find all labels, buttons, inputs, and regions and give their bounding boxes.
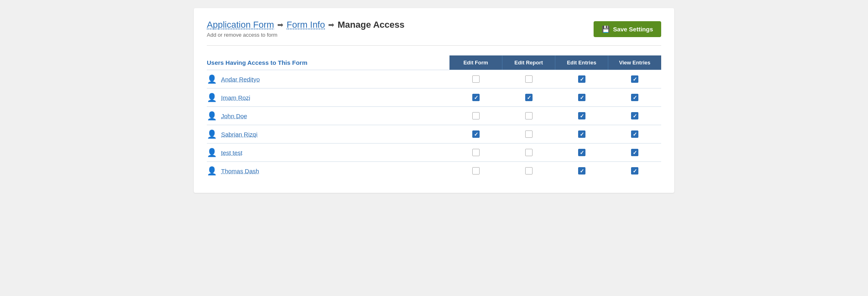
user-avatar-icon: 👤 bbox=[207, 148, 217, 157]
user-name[interactable]: Imam Rozi bbox=[221, 94, 250, 101]
edit-report-checkbox-cell bbox=[502, 112, 555, 119]
edit-form-checkbox[interactable] bbox=[472, 167, 480, 175]
breadcrumb: Application Form ➡ Form Info ➡ Manage Ac… bbox=[207, 20, 405, 30]
table-row: 👤Imam Rozi bbox=[207, 88, 661, 106]
edit-form-checkbox-cell bbox=[449, 167, 502, 175]
user-info: 👤Sabrian Rizqi bbox=[207, 129, 257, 139]
user-name[interactable]: Thomas Dash bbox=[221, 168, 259, 175]
edit-entries-checkbox[interactable] bbox=[578, 149, 585, 156]
user-checkboxes bbox=[449, 167, 661, 175]
access-table: Users Having Access to This Form Edit Fo… bbox=[207, 55, 661, 180]
edit-entries-checkbox-cell bbox=[555, 130, 608, 138]
view-entries-checkbox-cell bbox=[608, 130, 661, 138]
edit-entries-checkbox-cell bbox=[555, 112, 608, 119]
edit-form-checkbox-cell bbox=[449, 149, 502, 156]
table-row: 👤Sabrian Rizqi bbox=[207, 125, 661, 143]
user-avatar-icon: 👤 bbox=[207, 93, 217, 102]
user-info: 👤John Doe bbox=[207, 111, 247, 121]
col-header-edit-report: Edit Report bbox=[502, 55, 555, 70]
edit-report-checkbox-cell bbox=[502, 130, 555, 138]
page-subtitle: Add or remove access to form bbox=[207, 32, 405, 38]
edit-entries-checkbox[interactable] bbox=[578, 75, 585, 83]
table-section-title: Users Having Access to This Form bbox=[207, 59, 307, 66]
edit-report-checkbox[interactable] bbox=[525, 149, 533, 156]
edit-entries-checkbox-cell bbox=[555, 94, 608, 101]
user-name[interactable]: Sabrian Rizqi bbox=[221, 131, 257, 138]
user-name[interactable]: Andar Redityo bbox=[221, 76, 260, 83]
view-entries-checkbox[interactable] bbox=[631, 167, 638, 175]
edit-form-checkbox[interactable] bbox=[472, 149, 480, 156]
edit-form-checkbox-cell bbox=[449, 130, 502, 138]
user-checkboxes bbox=[449, 130, 661, 138]
view-entries-checkbox-cell bbox=[608, 94, 661, 101]
edit-entries-checkbox[interactable] bbox=[578, 130, 585, 138]
user-avatar-icon: 👤 bbox=[207, 129, 217, 139]
user-info: 👤Andar Redityo bbox=[207, 74, 260, 84]
edit-report-checkbox[interactable] bbox=[525, 130, 533, 138]
edit-report-checkbox[interactable] bbox=[525, 94, 533, 101]
view-entries-checkbox-cell bbox=[608, 167, 661, 175]
breadcrumb-arrow-1: ➡ bbox=[277, 20, 283, 29]
view-entries-checkbox[interactable] bbox=[631, 94, 638, 101]
user-checkboxes bbox=[449, 75, 661, 83]
table-row: 👤Thomas Dash bbox=[207, 161, 661, 180]
user-avatar-icon: 👤 bbox=[207, 166, 217, 176]
user-name[interactable]: test test bbox=[221, 149, 243, 156]
save-icon: 💾 bbox=[602, 25, 610, 33]
header-left: Application Form ➡ Form Info ➡ Manage Ac… bbox=[207, 20, 405, 38]
edit-report-checkbox-cell bbox=[502, 75, 555, 83]
edit-form-checkbox-cell bbox=[449, 75, 502, 83]
edit-report-checkbox-cell bbox=[502, 94, 555, 101]
user-info: 👤test test bbox=[207, 148, 243, 157]
breadcrumb-app-form[interactable]: Application Form bbox=[207, 20, 274, 30]
breadcrumb-form-info[interactable]: Form Info bbox=[287, 20, 325, 30]
header-row: Application Form ➡ Form Info ➡ Manage Ac… bbox=[207, 20, 661, 38]
table-header-row: Users Having Access to This Form Edit Fo… bbox=[207, 55, 661, 70]
edit-form-checkbox[interactable] bbox=[472, 112, 480, 119]
view-entries-checkbox[interactable] bbox=[631, 149, 638, 156]
user-info: 👤Thomas Dash bbox=[207, 166, 259, 176]
col-header-view-entries: View Entries bbox=[608, 55, 661, 70]
user-checkboxes bbox=[449, 94, 661, 101]
view-entries-checkbox[interactable] bbox=[631, 75, 638, 83]
col-header-edit-form: Edit Form bbox=[449, 55, 502, 70]
edit-form-checkbox[interactable] bbox=[472, 94, 480, 101]
column-headers: Edit Form Edit Report Edit Entries View … bbox=[449, 55, 661, 70]
edit-form-checkbox-cell bbox=[449, 94, 502, 101]
edit-report-checkbox[interactable] bbox=[525, 167, 533, 175]
edit-entries-checkbox-cell bbox=[555, 167, 608, 175]
main-container: Application Form ➡ Form Info ➡ Manage Ac… bbox=[194, 8, 674, 193]
view-entries-checkbox-cell bbox=[608, 112, 661, 119]
edit-entries-checkbox[interactable] bbox=[578, 94, 585, 101]
edit-report-checkbox[interactable] bbox=[525, 75, 533, 83]
table-row: 👤John Doe bbox=[207, 106, 661, 125]
user-avatar-icon: 👤 bbox=[207, 111, 217, 121]
user-checkboxes bbox=[449, 112, 661, 119]
view-entries-checkbox[interactable] bbox=[631, 130, 638, 138]
edit-report-checkbox-cell bbox=[502, 149, 555, 156]
edit-entries-checkbox-cell bbox=[555, 149, 608, 156]
edit-entries-checkbox[interactable] bbox=[578, 112, 585, 119]
save-button-label: Save Settings bbox=[613, 26, 653, 33]
breadcrumb-arrow-2: ➡ bbox=[328, 20, 334, 29]
user-rows-container: 👤Andar Redityo👤Imam Rozi👤John Doe👤Sabria… bbox=[207, 70, 661, 180]
edit-entries-checkbox-cell bbox=[555, 75, 608, 83]
edit-entries-checkbox[interactable] bbox=[578, 167, 585, 175]
header-divider bbox=[207, 45, 661, 46]
view-entries-checkbox-cell bbox=[608, 75, 661, 83]
view-entries-checkbox[interactable] bbox=[631, 112, 638, 119]
edit-form-checkbox[interactable] bbox=[472, 75, 480, 83]
edit-form-checkbox[interactable] bbox=[472, 130, 480, 138]
edit-report-checkbox-cell bbox=[502, 167, 555, 175]
user-avatar-icon: 👤 bbox=[207, 74, 217, 84]
col-header-edit-entries: Edit Entries bbox=[555, 55, 608, 70]
edit-report-checkbox[interactable] bbox=[525, 112, 533, 119]
breadcrumb-current: Manage Access bbox=[338, 20, 404, 30]
save-settings-button[interactable]: 💾 Save Settings bbox=[594, 21, 661, 37]
edit-form-checkbox-cell bbox=[449, 112, 502, 119]
user-info: 👤Imam Rozi bbox=[207, 93, 250, 102]
table-row: 👤Andar Redityo bbox=[207, 70, 661, 88]
table-row: 👤test test bbox=[207, 143, 661, 161]
view-entries-checkbox-cell bbox=[608, 149, 661, 156]
user-name[interactable]: John Doe bbox=[221, 113, 247, 119]
